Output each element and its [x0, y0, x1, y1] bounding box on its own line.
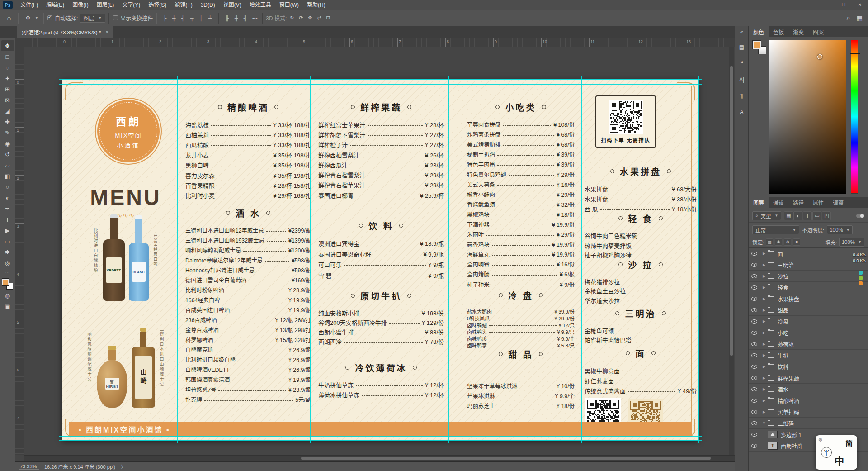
eraser-tool[interactable]: ▱ [1, 160, 14, 171]
path-selection-tool[interactable]: ▶ [1, 225, 14, 236]
group-caret-icon[interactable]: ▶ [760, 319, 768, 324]
maximize-button[interactable]: ☐ [835, 0, 852, 10]
search-icon[interactable]: ⌕ [847, 14, 850, 22]
clone-stamp-tool[interactable]: ◉ [1, 138, 14, 149]
zoom-tool[interactable]: ◎ [1, 257, 14, 268]
scrollbar-thumb[interactable] [301, 457, 711, 460]
menubar-item[interactable]: 文字(Y) [118, 0, 144, 10]
collapse-panels-icon[interactable]: « [740, 26, 743, 36]
guide-line[interactable] [448, 76, 449, 443]
tab-图层[interactable]: 图层 [749, 197, 769, 208]
tab-通道[interactable]: 通道 [769, 197, 788, 208]
filter-adjustment-layers-icon[interactable]: ◐ [793, 211, 802, 220]
group-caret-icon[interactable]: ▶ [760, 410, 768, 414]
distribute-right-icon[interactable]: ╢ [241, 14, 250, 22]
menubar-item[interactable]: 图层(L) [93, 0, 118, 10]
guide-line[interactable] [62, 76, 62, 443]
libraries-panel-icon[interactable]: ▤ [736, 42, 747, 52]
align-center-h-icon[interactable]: ┼ [170, 14, 178, 22]
menubar-item[interactable]: 编辑(E) [42, 0, 68, 10]
object-selection-tool[interactable]: ✦ [1, 73, 14, 84]
auto-select-target-dropdown[interactable]: 图层 ▼ [80, 14, 105, 23]
visibility-toggle[interactable] [749, 327, 760, 338]
status-options-chevron[interactable]: 〉 [121, 463, 126, 470]
3d-scale-icon[interactable]: ⊡ [324, 14, 332, 22]
distribute-left-icon[interactable]: ╟ [223, 14, 231, 22]
guide-line[interactable] [59, 436, 702, 437]
layer-row[interactable]: ▶轻食 [749, 282, 868, 293]
filter-pixel-layers-icon[interactable]: ▦ [784, 211, 793, 220]
guide-line[interactable] [59, 84, 702, 85]
quick-mask-icon[interactable]: ◍ [1, 290, 14, 301]
tab-路径[interactable]: 路径 [788, 197, 808, 208]
opacity-dropdown[interactable]: 100% ▼ [827, 225, 852, 234]
group-caret-icon[interactable]: ▶ [760, 297, 768, 301]
layer-row[interactable]: ▶甜品 [749, 304, 868, 316]
minimize-button[interactable]: ─ [819, 0, 835, 10]
lock-all-icon[interactable]: ■ [793, 238, 800, 246]
close-button[interactable]: ✕ [852, 0, 868, 10]
menubar-item[interactable]: 视图(V) [219, 0, 245, 10]
blend-mode-dropdown[interactable]: 正常 ▼ [752, 225, 799, 234]
menubar-item[interactable]: 文件(F) [16, 0, 42, 10]
3d-rotate-icon[interactable]: ↻ [288, 14, 296, 22]
menubar-item[interactable]: 帮助(H) [303, 0, 330, 10]
tab-图案[interactable]: 图案 [808, 26, 828, 37]
foreground-color-swatch[interactable] [2, 279, 9, 285]
glyphs-panel-icon[interactable]: A [736, 107, 747, 118]
layer-row[interactable]: ▶买单扫码 [749, 406, 868, 418]
3d-roll-icon[interactable]: ⟳ [297, 14, 305, 22]
visibility-toggle[interactable] [749, 304, 760, 315]
layer-row[interactable]: ▶冷盘 [749, 316, 868, 327]
align-top-icon[interactable]: ┬ [188, 14, 196, 22]
visibility-toggle[interactable] [749, 282, 760, 293]
group-caret-icon[interactable]: ▶ [760, 252, 768, 256]
visibility-toggle[interactable] [749, 248, 760, 259]
layer-row[interactable]: ▶酒水 [749, 384, 868, 395]
group-caret-icon[interactable]: ▶ [760, 263, 768, 267]
saturation-brightness-field[interactable] [769, 40, 846, 194]
guide-line[interactable] [59, 79, 702, 80]
layer-row[interactable]: ▶小吃 [749, 327, 868, 338]
group-caret-icon[interactable]: ▶ [760, 342, 768, 346]
hand-tool[interactable]: ✱ [1, 247, 14, 257]
color-field-marker[interactable] [817, 54, 822, 59]
align-right-icon[interactable]: ┤ [179, 14, 187, 22]
align-center-v-icon[interactable]: ╪ [197, 14, 205, 22]
visibility-toggle[interactable] [749, 316, 760, 327]
group-caret-icon[interactable]: ▶ [760, 387, 768, 391]
active-tool-preset[interactable]: ✥ ▼ [21, 14, 40, 21]
guide-line[interactable] [310, 76, 311, 443]
frame-tool[interactable]: ⊠ [1, 95, 14, 105]
move-tool[interactable]: ✥ [1, 40, 14, 51]
group-caret-icon[interactable]: ▶ [760, 331, 768, 335]
visibility-toggle[interactable] [749, 338, 760, 349]
lock-pixels-icon[interactable]: ✚ [775, 238, 782, 246]
tab-颜色[interactable]: 颜色 [749, 26, 769, 37]
guide-line[interactable] [576, 76, 576, 443]
document-viewport[interactable]: 西朗 MIX空间 小酒馆 MENU 比利时进口白熊精酿VEDETTBLANC16… [24, 47, 735, 455]
group-caret-icon[interactable]: ▶ [760, 365, 768, 369]
ruler-corner[interactable] [15, 38, 24, 47]
gradient-tool[interactable]: ◧ [1, 171, 14, 181]
visibility-toggle[interactable] [749, 361, 760, 372]
menubar-item[interactable]: 选择(S) [144, 0, 170, 10]
foreground-background-swatches[interactable] [2, 278, 14, 290]
guide-line[interactable] [698, 76, 699, 443]
guide-line[interactable] [59, 440, 702, 441]
3d-slide-icon[interactable]: ⇄ [315, 14, 323, 22]
visibility-toggle[interactable] [749, 395, 760, 406]
ime-status-card[interactable]: ❆ 简 半 中 [816, 435, 857, 470]
rectangle-tool[interactable]: ▭ [1, 236, 14, 247]
eyedropper-tool[interactable]: ◢ [1, 105, 14, 116]
type-tool[interactable]: T [1, 214, 14, 225]
tab-调整[interactable]: 调整 [828, 197, 848, 208]
lock-transparency-icon[interactable]: ▦ [766, 238, 773, 246]
rectangular-marquee-tool[interactable]: □ [1, 51, 14, 62]
layer-row[interactable]: ▶沙拉 [749, 271, 868, 282]
menubar-item[interactable]: 图像(I) [68, 0, 92, 10]
more-options-icon[interactable]: ••• [250, 14, 259, 22]
edit-toolbar-icon[interactable]: ⋯ [5, 270, 10, 275]
group-caret-icon[interactable]: ▶ [760, 399, 768, 403]
hue-slider[interactable] [851, 40, 858, 194]
